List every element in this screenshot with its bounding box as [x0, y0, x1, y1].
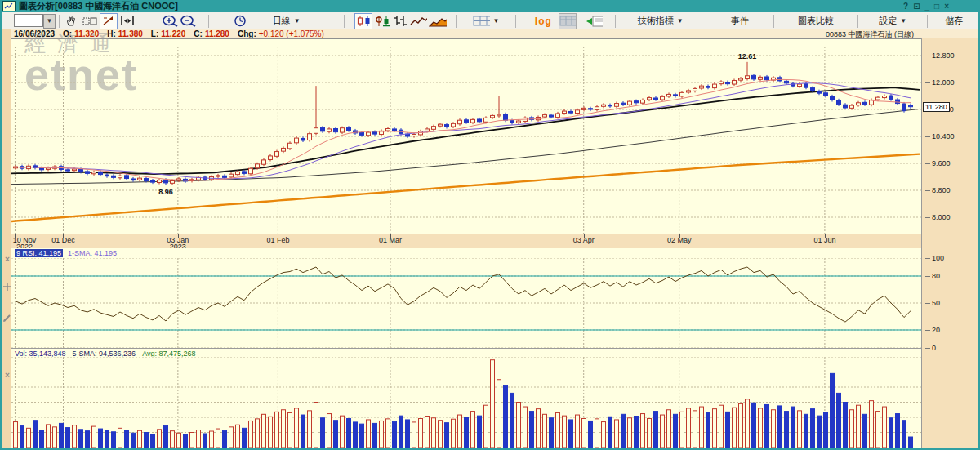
open-value: 11.320 [74, 29, 99, 38]
volume-sma-label: 5-SMA: 94,536,236 [73, 350, 136, 358]
chart-type-candle-volume-button[interactable] [374, 14, 390, 29]
last-price-tag: 11.280 [923, 102, 950, 112]
price-tick: 10.400 [925, 132, 955, 140]
menu-save[interactable]: 儲存 [931, 13, 978, 29]
period-label: 日線 [273, 15, 291, 27]
menu-compare[interactable]: 圖表比較 [777, 13, 855, 29]
rsi-tick: 50 [925, 299, 940, 307]
hand-icon [65, 16, 78, 27]
date-tick: 01 Dec [51, 237, 75, 243]
zoom-in-icon [162, 15, 178, 28]
price-tick: 12.800 [925, 51, 955, 60]
change-value: +0.120 (+1.075%) [259, 29, 324, 38]
volume-value-label: Vol: 35,143,848 [15, 350, 66, 358]
zoom-out-icon [180, 15, 196, 28]
rsi-tick: 80 [925, 272, 940, 280]
date-tick: 02 May [667, 237, 692, 243]
bar-spacing-icon [119, 16, 136, 26]
symbol-input[interactable] [14, 14, 43, 27]
date-tick: 03 Apr [573, 237, 595, 243]
price-axis-labels: 12.80012.00011.20010.4009.6008.8008.0001… [921, 47, 978, 234]
rsi-legend: 9 RSI: 41.195 1-SMA: 41.195 [11, 248, 921, 258]
svg-text:12.61: 12.61 [738, 52, 757, 60]
price-tick: 9.600 [925, 159, 951, 167]
grid-dropdown-icon[interactable]: ▼ [493, 17, 500, 25]
restore-button[interactable]: ⊡ [913, 2, 920, 11]
combobox-dropdown-icon[interactable]: ▼ [43, 14, 56, 29]
grid-layout-button[interactable]: ▼ [473, 14, 500, 29]
candlestick-icon [355, 15, 372, 27]
menu-indicators[interactable]: 技術指標▼ [619, 13, 702, 29]
ohlc-info-bar: 16/06/2023 O:11.320 H:11.380 L:11.220 C:… [2, 29, 978, 38]
chevron-down-icon: ▼ [294, 17, 301, 25]
grid-icon [473, 16, 490, 26]
crosshair-tool-button[interactable] [100, 13, 118, 29]
line-chart-icon [410, 16, 427, 27]
symbol-combobox[interactable]: ▼ [14, 14, 56, 29]
date-tick: 01 Jun [813, 237, 835, 243]
app-icon [2, 1, 16, 11]
close-value: 11.280 [205, 29, 229, 38]
low-value: 11.220 [161, 29, 185, 38]
marquee-zoom-icon [82, 16, 97, 26]
rsi-value-label[interactable]: 9 RSI: 41.195 [15, 249, 63, 257]
log-scale-button[interactable]: log [535, 14, 551, 29]
volume-avg-label: Avg: 87,475,268 [142, 350, 195, 358]
svg-text:8.96: 8.96 [158, 188, 173, 196]
volume-close-icon[interactable]: × [3, 372, 11, 380]
area-chart-icon [429, 16, 447, 27]
side-panel-button[interactable] [586, 14, 603, 29]
hand-tool-button[interactable] [64, 14, 80, 29]
date-axis: 10 Nov202201 Dec03 Jan202301 Feb01 Mar03… [11, 234, 921, 250]
chart-type-area-button[interactable] [429, 14, 447, 29]
chart-type-candle-button[interactable] [354, 13, 372, 29]
quote-date: 16/06/2023 [14, 29, 55, 38]
price-tick: 12.000 [925, 78, 955, 87]
zoom-in-button[interactable] [162, 14, 178, 29]
rsi-tick: 0 [925, 344, 936, 352]
high-value: 11.380 [118, 29, 143, 38]
bottom-separator [2, 448, 978, 448]
chart-type-ohlc-button[interactable] [392, 14, 408, 29]
rsi-sma-label: 1-SMA: 41.195 [68, 249, 117, 257]
draw-pencil-icon[interactable] [3, 314, 11, 322]
data-table-button[interactable] [559, 13, 577, 29]
chevron-down-icon: ▼ [677, 17, 684, 25]
volume-chart[interactable] [11, 357, 921, 448]
bar-spacing-button[interactable] [119, 14, 136, 29]
period-dropdown[interactable]: 日線 ▼ [262, 13, 311, 29]
date-tick: 01 Feb [266, 237, 289, 243]
menu-events[interactable]: 事件 [710, 13, 770, 29]
price-tick: 8.800 [925, 186, 951, 194]
volume-axis-labels [921, 357, 978, 448]
chart-type-line-button[interactable] [410, 14, 427, 29]
chart-analysis-window: 圖表分析[00883 中國海洋石油 CNOOC] ? ⊡ _ □ × ▼ [0, 0, 980, 450]
pane-sidebar [2, 29, 11, 448]
rsi-close-icon[interactable]: × [3, 256, 11, 264]
clock-icon [234, 15, 247, 27]
toolbar: ▼ 日線 ▼ [2, 12, 978, 30]
candlestick-chart[interactable]: 12.618.96 [11, 47, 921, 234]
rsi-chart[interactable] [11, 258, 921, 348]
crosshair-pointer-icon [102, 16, 115, 26]
window-title: 圖表分析[00883 中國海洋石油 CNOOC] [19, 0, 178, 12]
table-icon [559, 16, 576, 26]
maximize-button[interactable]: □ [934, 2, 939, 11]
rsi-tick: 100 [925, 254, 944, 262]
menu-settings[interactable]: 設定▼ [862, 13, 924, 29]
rsi-tick: 20 [925, 326, 940, 334]
price-tick: 8.000 [925, 213, 951, 221]
date-tick: 01 Mar [379, 237, 402, 243]
close-button[interactable]: × [944, 2, 949, 11]
marquee-zoom-button[interactable] [82, 14, 98, 29]
candle-volume-icon [374, 15, 390, 27]
zoom-out-button[interactable] [180, 14, 196, 29]
help-button[interactable]: ? [903, 2, 908, 11]
ohlc-bars-icon [393, 15, 408, 27]
panel-toggle-icon [586, 16, 603, 27]
title-bar: 圖表分析[00883 中國海洋石油 CNOOC] ? ⊡ _ □ × [0, 0, 980, 12]
minimize-button[interactable]: _ [925, 2, 930, 11]
history-button[interactable] [232, 14, 248, 29]
chevron-down-icon: ▼ [900, 17, 906, 25]
move-pane-icon[interactable] [3, 283, 11, 291]
